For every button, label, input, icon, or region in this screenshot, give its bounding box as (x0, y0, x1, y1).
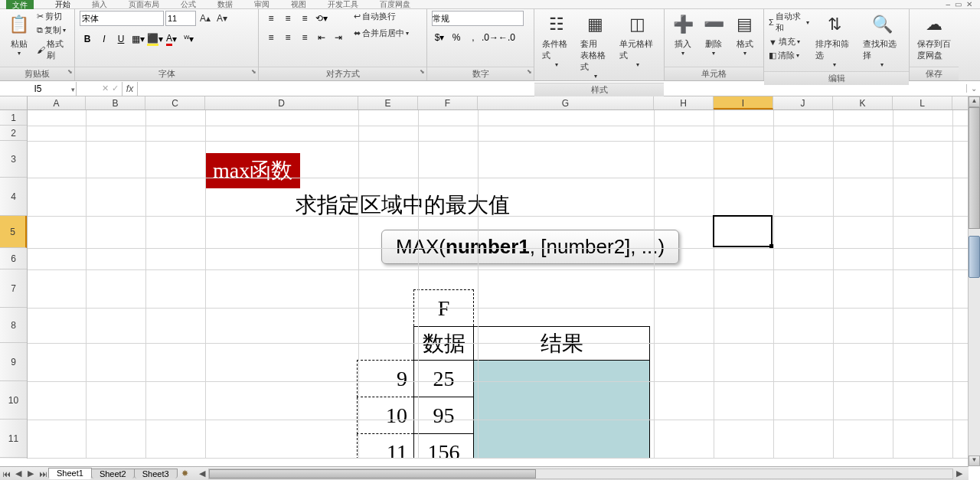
tab-nav-first-icon[interactable]: ⏮ (0, 469, 12, 478)
fx-icon[interactable]: fx (122, 82, 138, 96)
increase-decimal-icon[interactable]: .0→ (482, 30, 498, 45)
dialog-launcher-icon[interactable]: ⬊ (251, 68, 256, 75)
row-header[interactable]: 11 (0, 420, 27, 458)
table-format-button[interactable]: ▦套用 表格格式▾ (576, 11, 614, 81)
tab-nav-next-icon[interactable]: ▶ (24, 469, 37, 478)
align-right-icon[interactable]: ≡ (297, 30, 312, 45)
font-name-select[interactable] (80, 11, 164, 26)
confirm-formula-icon[interactable]: ✓ (112, 83, 119, 93)
hscroll-right-icon[interactable]: ▶ (953, 469, 965, 478)
tab-page-layout[interactable]: 页面布局 (129, 0, 159, 10)
align-center-icon[interactable]: ≡ (280, 30, 296, 45)
align-middle-icon[interactable]: ≡ (280, 11, 296, 26)
hscroll-thumb[interactable] (209, 469, 536, 478)
insert-cells-button[interactable]: ➕插入▾ (668, 11, 698, 58)
clear-button[interactable]: ◧清除▾ (769, 50, 809, 61)
decrease-decimal-icon[interactable]: ←.0 (499, 30, 514, 45)
format-painter-button[interactable]: 🖌格式刷 (37, 38, 70, 61)
underline-button[interactable]: U (113, 31, 129, 47)
cut-button[interactable]: ✂剪切 (37, 11, 70, 22)
font-color-button[interactable]: A▾ (164, 31, 179, 47)
wrap-text-button[interactable]: ↩自动换行 (354, 11, 409, 22)
column-header[interactable]: I (714, 96, 773, 109)
dialog-launcher-icon[interactable]: ⬊ (420, 68, 425, 75)
new-sheet-icon[interactable]: ✸ (178, 469, 193, 478)
row-headers[interactable]: 1234567891011 (0, 110, 28, 459)
row-header[interactable]: 7 (0, 269, 27, 308)
column-header[interactable]: E (358, 96, 418, 109)
restore-icon[interactable]: ▭ (955, 0, 962, 8)
row-header[interactable]: 5 (0, 216, 27, 248)
scroll-mid-thumb[interactable] (969, 236, 980, 278)
tab-baidu[interactable]: 百度网盘 (380, 0, 410, 10)
column-headers[interactable]: ABCDEFGHIJKL (0, 96, 980, 110)
column-header[interactable]: D (205, 96, 358, 109)
border-button[interactable]: ▦▾ (130, 31, 145, 47)
percent-icon[interactable]: % (449, 30, 464, 45)
name-box[interactable]: I5▾ (0, 82, 77, 96)
tab-insert[interactable]: 插入 (92, 0, 107, 10)
tab-data[interactable]: 数据 (217, 0, 233, 10)
column-header[interactable]: J (773, 96, 833, 109)
tab-review[interactable]: 审阅 (254, 0, 270, 10)
dialog-launcher-icon[interactable]: ⬊ (527, 68, 532, 75)
column-header[interactable]: F (418, 96, 478, 109)
conditional-format-button[interactable]: ☷条件格式▾ (537, 11, 576, 70)
column-header[interactable]: G (478, 96, 654, 109)
row-header[interactable]: 6 (0, 248, 27, 269)
vertical-scrollbar[interactable]: ▲ ▼ (968, 96, 980, 466)
merge-center-button[interactable]: ⬌合并后居中▾ (354, 28, 409, 39)
indent-decrease-icon[interactable]: ⇤ (314, 30, 329, 45)
increase-font-icon[interactable]: A▴ (198, 11, 213, 26)
sheet-tab[interactable]: Sheet2 (91, 469, 135, 478)
sheet-tab[interactable]: Sheet3 (134, 469, 178, 478)
fill-button[interactable]: ▼填充▾ (769, 36, 809, 47)
tab-home[interactable]: 开始 (55, 0, 70, 10)
align-left-icon[interactable]: ≡ (263, 30, 279, 45)
baidu-save-button[interactable]: ☁保存到百 度网盘 (913, 11, 956, 63)
scroll-down-icon[interactable]: ▼ (969, 456, 980, 466)
file-tab[interactable]: 文件 (6, 0, 34, 9)
fill-handle[interactable] (769, 244, 773, 248)
row-header[interactable]: 2 (0, 126, 27, 141)
column-header[interactable]: H (654, 96, 714, 109)
row-header[interactable]: 8 (0, 308, 27, 343)
select-all-corner[interactable] (0, 96, 28, 109)
sort-filter-button[interactable]: ⇅排序和筛选▾ (811, 11, 858, 70)
row-header[interactable]: 3 (0, 141, 27, 178)
column-header[interactable]: B (86, 96, 145, 109)
active-cell[interactable] (713, 215, 773, 247)
tab-formulas[interactable]: 公式 (181, 0, 196, 10)
sheet-tab[interactable]: Sheet1 (48, 468, 92, 479)
autosum-button[interactable]: Σ自动求和▾ (769, 11, 809, 34)
column-header[interactable]: L (893, 96, 952, 109)
format-cells-button[interactable]: ▤格式▾ (730, 11, 760, 58)
phonetic-button[interactable]: ᵂ▾ (181, 31, 196, 47)
close-icon[interactable]: ✕ (966, 0, 972, 8)
tab-nav-last-icon[interactable]: ⏭ (37, 469, 49, 478)
copy-button[interactable]: ⧉复制▾ (37, 24, 70, 36)
column-header[interactable]: A (28, 96, 86, 109)
scroll-up-icon[interactable]: ▲ (969, 96, 980, 107)
cancel-formula-icon[interactable]: ✕ (102, 83, 109, 93)
decrease-font-icon[interactable]: A▾ (214, 11, 230, 26)
horizontal-scrollbar[interactable] (208, 469, 953, 479)
worksheet-grid[interactable]: ABCDEFGHIJKL 1234567891011 max函数 求指定区域中的… (0, 96, 980, 459)
currency-icon[interactable]: $▾ (432, 30, 447, 45)
row-header[interactable]: 4 (0, 178, 27, 216)
fill-color-button[interactable]: ⬛▾ (147, 31, 162, 47)
dialog-launcher-icon[interactable]: ⬊ (67, 68, 73, 75)
row-header[interactable]: 9 (0, 343, 27, 381)
scroll-track[interactable] (969, 107, 980, 456)
indent-increase-icon[interactable]: ⇥ (331, 30, 346, 45)
bold-button[interactable]: B (80, 31, 95, 47)
align-top-icon[interactable]: ≡ (263, 11, 279, 26)
paste-button[interactable]: 📋 粘贴 ▾ (3, 11, 35, 58)
row-header[interactable]: 1 (0, 110, 27, 126)
tab-view[interactable]: 视图 (291, 0, 306, 10)
font-size-select[interactable] (165, 11, 196, 26)
tab-developer[interactable]: 开发工具 (328, 0, 358, 10)
scroll-thumb[interactable] (969, 107, 980, 229)
orientation-icon[interactable]: ⟲▾ (314, 11, 329, 26)
minimize-icon[interactable]: – (946, 0, 950, 8)
